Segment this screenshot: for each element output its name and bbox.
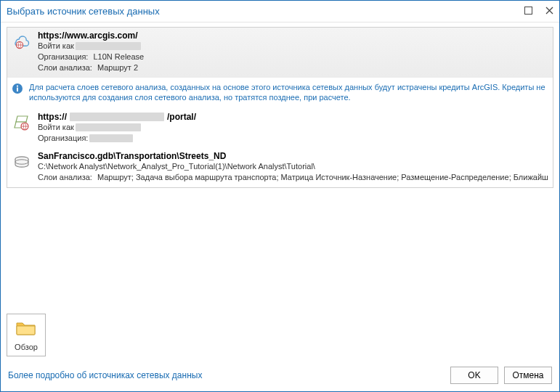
- folder-icon: [15, 320, 37, 338]
- source-body: https://www.arcgis.com/ Войти как Органи…: [38, 30, 548, 73]
- source-item-portal[interactable]: https:///portal/ Войти как Организация:: [7, 109, 553, 148]
- titlebar-controls: [524, 7, 553, 16]
- maximize-icon[interactable]: [524, 7, 532, 16]
- redacted-org: [89, 134, 133, 142]
- layers-value: Маршрут 2: [97, 62, 138, 73]
- source-login-line: Войти как: [38, 41, 548, 52]
- source-title: SanFrancisco.gdb\Transportation\Streets_…: [38, 151, 548, 161]
- ok-button[interactable]: OK: [450, 367, 498, 384]
- cloud-globe-icon: [12, 32, 32, 52]
- title-prefix: https://: [38, 112, 67, 122]
- svg-rect-0: [525, 7, 532, 15]
- layers-value: Маршрут; Задача выбора маршрута транспор…: [97, 172, 548, 183]
- source-body: https:///portal/ Войти как Организация:: [38, 112, 548, 144]
- source-layers-line: Слои анализа: Маршрут; Задача выбора мар…: [38, 172, 548, 183]
- org-label: Организация:: [38, 52, 88, 62]
- server-globe-icon: [12, 113, 32, 134]
- bottom-area: Обзор: [7, 308, 553, 361]
- org-label: Организация:: [38, 133, 88, 144]
- info-text: Для расчета слоев сетевого анализа, созд…: [29, 82, 548, 104]
- svg-rect-7: [17, 87, 18, 91]
- footer: Более подробно об источниках сетевых дан…: [1, 361, 559, 391]
- geodatabase-icon: [12, 152, 32, 173]
- help-link[interactable]: Более подробно об источниках сетевых дан…: [8, 370, 445, 380]
- login-label: Войти как: [38, 41, 74, 52]
- dialog-window: Выбрать источник сетевых данных: [0, 0, 560, 392]
- window-title: Выбрать источник сетевых данных: [7, 6, 524, 17]
- source-title: https://www.arcgis.com/: [38, 30, 548, 41]
- source-org-line: Организация: L10N Release: [38, 52, 548, 62]
- source-org-line: Организация:: [38, 133, 548, 144]
- layers-label: Слои анализа:: [38, 172, 92, 183]
- source-body: SanFrancisco.gdb\Transportation\Streets_…: [38, 151, 548, 183]
- svg-point-6: [17, 85, 18, 86]
- source-path: C:\Network Analyst\Network_Analyst_Pro_T…: [38, 161, 548, 172]
- browse-button[interactable]: Обзор: [7, 314, 46, 356]
- source-title: https:///portal/: [38, 112, 548, 122]
- org-value: L10N Release: [93, 52, 144, 62]
- source-item-arcgis[interactable]: https://www.arcgis.com/ Войти как Органи…: [7, 28, 553, 78]
- login-label: Войти как: [38, 122, 74, 133]
- source-item-local[interactable]: SanFrancisco.gdb\Transportation\Streets_…: [7, 148, 553, 187]
- source-login-line: Войти как: [38, 122, 548, 133]
- close-icon[interactable]: [545, 7, 553, 16]
- titlebar: Выбрать источник сетевых данных: [1, 1, 559, 23]
- title-suffix: /portal/: [167, 112, 196, 122]
- redacted-host: [70, 113, 164, 121]
- redacted-username: [76, 42, 141, 50]
- content-area: https://www.arcgis.com/ Войти как Органи…: [1, 23, 559, 361]
- cancel-button[interactable]: Отмена: [504, 367, 552, 384]
- browse-label: Обзор: [15, 343, 38, 351]
- layers-label: Слои анализа:: [38, 62, 92, 73]
- info-icon: [12, 83, 23, 94]
- source-layers-line: Слои анализа: Маршрут 2: [38, 62, 548, 73]
- svg-marker-8: [16, 116, 28, 122]
- redacted-username: [76, 123, 141, 131]
- info-bar: Для расчета слоев сетевого анализа, созд…: [7, 78, 553, 110]
- source-list: https://www.arcgis.com/ Войти как Органи…: [7, 27, 553, 188]
